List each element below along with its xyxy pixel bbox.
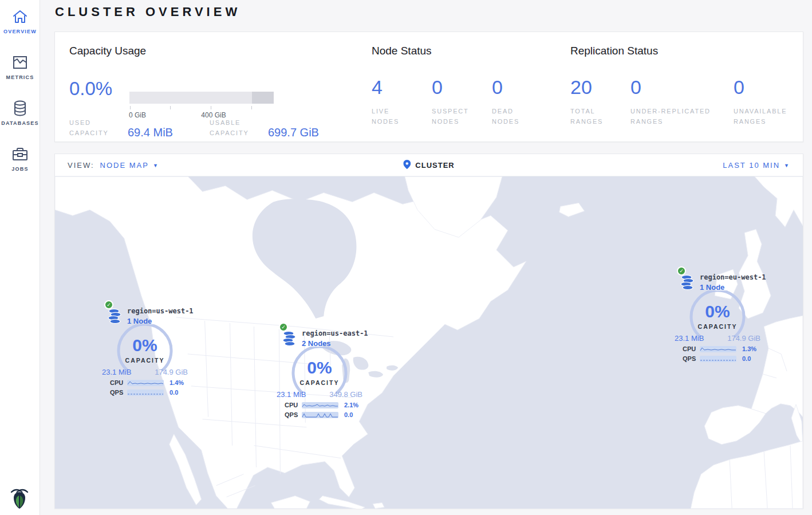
- qps-sparkline: [302, 412, 338, 418]
- chevron-down-icon: ▼: [784, 163, 790, 168]
- node-used-capacity: 23.1 MiB: [277, 390, 306, 399]
- unavailable-ranges-value: 0: [734, 76, 812, 99]
- sidebar-item-label: OVERVIEW: [3, 29, 37, 34]
- usable-capacity-label: USABLE CAPACITY: [210, 118, 262, 138]
- node-region-label: region=us-east-1: [302, 329, 368, 337]
- node-capacity-percent: 0%: [101, 337, 189, 354]
- capacity-usage-title: Capacity Usage: [69, 45, 146, 57]
- node-capacity-percent: 0%: [673, 303, 762, 320]
- sidebar: OVERVIEW METRICS DATABASES: [0, 0, 40, 515]
- view-label: VIEW:: [68, 161, 94, 170]
- database-stack-icon: [282, 331, 297, 349]
- cpu-value: 1.4%: [170, 379, 184, 386]
- sidebar-item-databases[interactable]: DATABASES: [0, 92, 40, 137]
- qps-value: 0.0: [742, 355, 751, 362]
- database-stack-icon: [108, 308, 123, 327]
- healthy-check-icon: ✓: [104, 300, 113, 309]
- database-stack-icon: [680, 274, 695, 293]
- sidebar-item-overview[interactable]: OVERVIEW: [0, 0, 40, 46]
- used-capacity-value: 69.4 MiB: [128, 126, 173, 139]
- capacity-used-percent: 0.0%: [69, 78, 112, 100]
- cpu-label: CPU: [110, 379, 127, 386]
- time-range-value: LAST 10 MIN: [723, 161, 780, 170]
- node-total-capacity: 349.8 GiB: [329, 390, 362, 399]
- replication-status-section: Replication Status 20 TOTAL RANGES 0 UND…: [570, 45, 812, 127]
- sidebar-item-label: JOBS: [11, 166, 28, 172]
- replication-status-title: Replication Status: [570, 45, 812, 57]
- sidebar-item-label: METRICS: [6, 74, 34, 80]
- unavailable-ranges-label: UNAVAILABLE RANGES: [734, 107, 797, 127]
- qps-value: 0.0: [170, 389, 178, 396]
- cpu-sparkline: [127, 380, 164, 386]
- node-capacity-label: CAPACITY: [275, 379, 364, 386]
- under-replicated-ranges-value: 0: [630, 76, 734, 99]
- node-total-capacity: 174.9 GiB: [155, 368, 188, 376]
- world-map: ✓ region=us-west-1: [55, 176, 803, 509]
- cpu-value: 2.1%: [344, 402, 358, 408]
- node-map-panel: VIEW: NODE MAP ▼ CLUSTER LAST 10 MIN ▼: [54, 154, 803, 509]
- dead-nodes-label: DEAD NODES: [492, 107, 532, 127]
- page-title: CLUSTER OVERVIEW: [55, 5, 241, 19]
- qps-label: QPS: [683, 355, 700, 362]
- healthy-check-icon: ✓: [677, 266, 686, 276]
- live-nodes-label: LIVE NODES: [372, 107, 412, 127]
- cpu-label: CPU: [683, 345, 700, 352]
- node-status-section: Node Status 4 LIVE NODES 0 SUSPECT NODES…: [372, 45, 552, 127]
- cpu-value: 1.3%: [742, 345, 756, 352]
- jobs-icon: [11, 146, 29, 163]
- view-selector-value: NODE MAP: [100, 161, 149, 170]
- total-ranges-value: 20: [570, 76, 630, 99]
- view-selector[interactable]: NODE MAP ▼: [100, 161, 159, 170]
- suspect-nodes-label: SUSPECT NODES: [432, 107, 478, 127]
- capacity-usage-section: Capacity Usage 0.0% 0 GiB 400 GiB USED C…: [69, 45, 373, 136]
- suspect-nodes-value: 0: [432, 76, 492, 99]
- qps-sparkline: [700, 356, 736, 362]
- healthy-check-icon: ✓: [279, 323, 288, 332]
- cpu-sparkline: [700, 346, 736, 352]
- metrics-icon: [11, 54, 29, 71]
- home-icon: [11, 8, 29, 25]
- cockroachdb-logo: [9, 488, 30, 510]
- locality-breadcrumb[interactable]: CLUSTER: [403, 160, 454, 171]
- databases-icon: [11, 100, 29, 117]
- main-content: CLUSTER OVERVIEW Capacity Usage 0.0% 0 G…: [41, 0, 812, 515]
- dead-nodes-value: 0: [492, 76, 552, 99]
- qps-label: QPS: [110, 389, 127, 396]
- map-toolbar: VIEW: NODE MAP ▼ CLUSTER LAST 10 MIN ▼: [55, 154, 803, 176]
- total-ranges-label: TOTAL RANGES: [570, 107, 613, 127]
- sidebar-item-label: DATABASES: [1, 120, 38, 126]
- capacity-bar-tail: [252, 92, 274, 104]
- node-total-capacity: 174.9 GiB: [727, 334, 760, 343]
- chevron-down-icon: ▼: [153, 163, 159, 168]
- qps-value: 0.0: [344, 411, 353, 418]
- node-region-label: region=us-west-1: [127, 307, 194, 315]
- node-used-capacity: 23.1 MiB: [102, 368, 131, 376]
- node-capacity-label: CAPACITY: [101, 357, 189, 364]
- sidebar-item-metrics[interactable]: METRICS: [0, 46, 40, 92]
- cluster-summary-panel: Capacity Usage 0.0% 0 GiB 400 GiB USED C…: [54, 32, 803, 142]
- node-region-label: region=eu-west-1: [700, 273, 766, 281]
- node-marker-us-west-1[interactable]: ✓ region=us-west-1: [101, 299, 198, 401]
- node-marker-us-east-1[interactable]: ✓ region=us-east-1: [275, 321, 373, 423]
- node-used-capacity: 23.1 MiB: [675, 334, 704, 343]
- sidebar-item-jobs[interactable]: JOBS: [0, 137, 40, 183]
- cpu-label: CPU: [285, 402, 302, 408]
- cpu-sparkline: [302, 402, 338, 408]
- under-replicated-ranges-label: UNDER-REPLICATED RANGES: [630, 107, 722, 127]
- node-status-title: Node Status: [372, 45, 552, 57]
- qps-sparkline: [127, 390, 164, 396]
- live-nodes-value: 4: [372, 76, 432, 99]
- used-capacity-label: USED CAPACITY: [69, 118, 122, 138]
- time-range-selector[interactable]: LAST 10 MIN ▼: [723, 161, 790, 170]
- location-pin-icon: [403, 160, 411, 171]
- locality-breadcrumb-label: CLUSTER: [415, 161, 454, 170]
- node-capacity-label: CAPACITY: [673, 323, 762, 330]
- qps-label: QPS: [285, 411, 302, 418]
- node-marker-eu-west-1[interactable]: ✓ region=eu-west-1: [673, 265, 771, 367]
- node-capacity-percent: 0%: [275, 359, 364, 376]
- usable-capacity-value: 699.7 GiB: [268, 126, 319, 139]
